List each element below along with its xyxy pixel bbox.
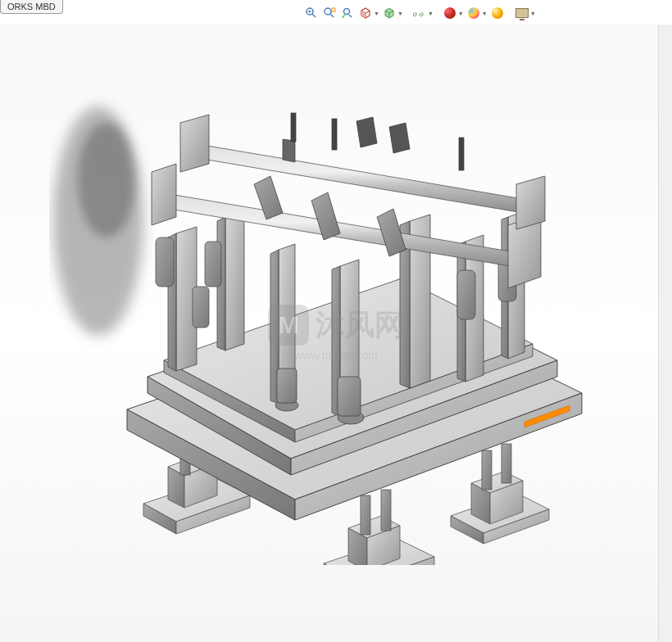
svg-rect-24 — [277, 368, 297, 403]
svg-rect-28 — [205, 242, 221, 287]
sphere3-icon[interactable] — [489, 5, 506, 21]
svg-point-12 — [78, 123, 135, 237]
svg-line-1 — [312, 14, 316, 17]
view-settings-icon[interactable] — [514, 5, 530, 21]
scene-dropdown-icon[interactable]: ▼ — [482, 11, 488, 16]
view-settings-dropdown-icon[interactable]: ▼ — [530, 11, 536, 16]
svg-rect-22 — [502, 444, 511, 483]
appearance-dropdown-icon[interactable]: ▼ — [458, 11, 464, 16]
svg-rect-29 — [457, 270, 475, 319]
vertical-scrollbar[interactable] — [658, 25, 672, 642]
svg-rect-21 — [482, 450, 492, 490]
zoom-fit-icon[interactable] — [303, 5, 320, 21]
heads-up-toolbar: ▼ ▼ ℴ ℴ ▼ ▼ ▼ ▼ — [303, 5, 536, 21]
svg-rect-26 — [338, 377, 361, 416]
svg-line-5 — [330, 14, 334, 17]
section-view-icon[interactable] — [357, 5, 374, 21]
svg-text:ℴ: ℴ — [412, 7, 417, 19]
graphics-viewport[interactable]: M 沐风网 www.mfcad.com — [0, 25, 672, 642]
display-style-icon[interactable] — [381, 5, 397, 21]
svg-point-7 — [344, 9, 350, 15]
svg-rect-38 — [459, 138, 464, 170]
svg-point-4 — [325, 8, 331, 15]
section-dropdown-icon[interactable]: ▼ — [374, 11, 379, 16]
svg-rect-27 — [156, 237, 174, 287]
svg-rect-31 — [193, 287, 209, 328]
cad-model[interactable] — [49, 57, 606, 565]
svg-rect-17 — [361, 495, 370, 535]
svg-text:ℴ: ℴ — [419, 7, 424, 19]
tab-mbd[interactable]: ORKS MBD — [0, 0, 63, 14]
zoom-area-icon[interactable] — [321, 5, 338, 21]
apply-scene-icon[interactable] — [465, 5, 482, 21]
svg-rect-36 — [291, 113, 296, 142]
svg-rect-37 — [332, 119, 337, 150]
edit-appearance-icon[interactable] — [442, 5, 458, 21]
display-style-dropdown-icon[interactable]: ▼ — [397, 11, 403, 16]
previous-view-icon[interactable] — [339, 5, 356, 21]
svg-rect-6 — [332, 8, 335, 11]
svg-rect-18 — [381, 490, 391, 531]
hide-show-icon[interactable]: ℴ ℴ — [411, 5, 428, 21]
hide-show-dropdown-icon[interactable]: ▼ — [428, 11, 434, 16]
